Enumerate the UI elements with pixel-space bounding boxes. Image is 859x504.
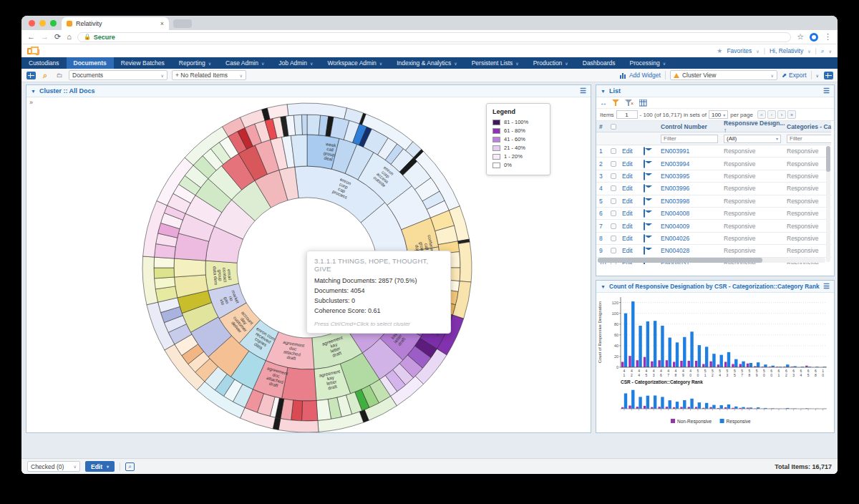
bar-responsive[interactable] <box>786 364 789 367</box>
bar-non-responsive[interactable] <box>673 362 675 367</box>
panel-menu-icon[interactable]: ☰ <box>823 87 830 94</box>
nav-tab-documents[interactable]: Documents <box>67 57 114 69</box>
categories-filter-input[interactable] <box>787 135 831 143</box>
collapse-icon[interactable]: ▼ <box>31 89 36 94</box>
nav-tab-production[interactable]: Production∨ <box>526 57 576 69</box>
prev-page-button[interactable]: ‹ <box>767 110 776 119</box>
save-search-icon[interactable]: ⌕ <box>125 462 135 471</box>
bar-non-responsive[interactable] <box>644 357 646 367</box>
bar-responsive[interactable] <box>654 321 656 367</box>
email-document-icon[interactable] <box>644 160 645 168</box>
home-icon[interactable]: ⌂ <box>67 33 72 41</box>
responsive-filter-select[interactable]: (All)▾ <box>724 135 781 143</box>
control-number-link[interactable]: EN004026 <box>661 235 724 242</box>
bar-non-responsive[interactable] <box>621 362 623 367</box>
filter-icon[interactable] <box>612 100 620 107</box>
nav-tab-persistent-lists[interactable]: Persistent Lists∨ <box>465 57 526 69</box>
nav-tab-workspace-admin[interactable]: Workspace Admin∨ <box>320 57 389 69</box>
bar-non-responsive[interactable] <box>629 356 631 367</box>
row-checkbox[interactable] <box>611 185 616 191</box>
responsive-designation-bar-chart[interactable]: 020406080100120Count of Responsive Desig… <box>596 293 833 432</box>
edit-link[interactable]: Edit <box>622 173 644 180</box>
search-icon[interactable]: ⌕ <box>40 71 50 79</box>
forward-icon[interactable]: → <box>41 33 49 41</box>
edit-link[interactable]: Edit <box>622 160 644 168</box>
bar-responsive[interactable] <box>669 338 671 367</box>
bar-responsive[interactable] <box>698 345 701 367</box>
url-field[interactable]: 🔒 Secure <box>77 32 791 42</box>
nav-tab-processing[interactable]: Processing∨ <box>623 57 673 69</box>
tab-close-icon[interactable]: × <box>160 20 164 27</box>
page-start-input[interactable] <box>616 110 638 119</box>
reload-icon[interactable]: ⟳ <box>54 33 61 41</box>
resize-columns-icon[interactable]: ↔ <box>600 99 607 107</box>
row-checkbox[interactable] <box>611 198 616 204</box>
cluster-segment[interactable] <box>154 257 175 268</box>
email-document-icon[interactable] <box>644 147 645 155</box>
browser-tab[interactable]: Relativity × <box>62 17 169 30</box>
row-checkbox[interactable] <box>611 148 616 154</box>
quick-search-icon[interactable]: ⌕ <box>821 47 825 55</box>
control-number-link[interactable]: EN004008 <box>661 210 724 217</box>
export-button[interactable]: ⬈ Export <box>782 72 807 79</box>
bar-non-responsive[interactable] <box>732 364 734 367</box>
cluster-segment[interactable] <box>302 115 308 135</box>
mass-edit-button[interactable]: Edit▾ <box>85 461 115 472</box>
export-dropdown-icon[interactable]: ∨ <box>816 73 819 78</box>
favorites-star-icon[interactable]: ★ <box>717 47 722 54</box>
edit-link[interactable]: Edit <box>622 223 644 230</box>
bar-responsive[interactable] <box>646 321 649 367</box>
nav-tab-job-admin[interactable]: Job Admin∨ <box>271 57 320 69</box>
collapse-icon[interactable]: ▼ <box>601 89 606 94</box>
table-layout-icon[interactable] <box>639 100 647 107</box>
bar-responsive[interactable] <box>734 359 737 367</box>
bar-responsive[interactable] <box>676 342 679 367</box>
row-checkbox[interactable] <box>611 161 616 167</box>
bar-responsive[interactable] <box>624 314 627 367</box>
browser-menu-icon[interactable]: ⋮ <box>824 33 832 41</box>
edit-link[interactable]: Edit <box>622 147 644 155</box>
nav-tab-custodians[interactable]: Custodians <box>21 57 67 69</box>
relativity-logo[interactable]: g <box>27 47 40 55</box>
last-page-button[interactable]: » <box>787 110 796 119</box>
next-page-button[interactable]: › <box>777 110 786 119</box>
nav-tab-indexing-analytics[interactable]: Indexing & Analytics∨ <box>389 57 464 69</box>
row-checkbox[interactable] <box>611 248 616 253</box>
email-document-icon[interactable] <box>644 197 645 205</box>
control-number-link[interactable]: EN004028 <box>661 247 724 254</box>
bar-responsive[interactable] <box>720 355 723 367</box>
panel-menu-icon[interactable]: ☰ <box>823 283 830 290</box>
folder-icon[interactable]: 🗀 <box>54 71 64 79</box>
page-size-select[interactable]: 100▾ <box>709 110 728 119</box>
column-header-control[interactable]: Control Number <box>661 123 724 130</box>
widget-view-select[interactable]: Cluster View∨ <box>670 70 777 80</box>
bar-responsive[interactable] <box>690 331 693 367</box>
control-number-link[interactable]: EN004009 <box>661 223 724 230</box>
row-checkbox[interactable] <box>611 236 616 241</box>
new-tab-button[interactable] <box>173 19 192 28</box>
email-document-icon[interactable] <box>644 184 645 193</box>
cluster-segment[interactable] <box>302 401 318 422</box>
email-document-icon[interactable] <box>644 246 645 255</box>
bar-responsive[interactable] <box>727 352 730 367</box>
email-document-icon[interactable] <box>644 209 645 218</box>
bar-responsive[interactable] <box>712 354 715 367</box>
bar-non-responsive[interactable] <box>666 360 668 367</box>
view-grid-icon[interactable] <box>26 71 36 79</box>
select-all-checkbox[interactable] <box>611 124 616 130</box>
control-number-link[interactable]: EN003994 <box>661 160 724 168</box>
cluster-segment[interactable] <box>307 115 321 135</box>
cluster-segment[interactable] <box>174 258 205 277</box>
control-number-link[interactable]: EN003995 <box>661 173 724 180</box>
browse-documents-select[interactable]: Documents∨ <box>69 70 168 80</box>
email-document-icon[interactable] <box>644 222 645 231</box>
bar-non-responsive[interactable] <box>636 360 639 367</box>
profile-avatar[interactable] <box>810 33 818 42</box>
cluster-segment[interactable] <box>154 268 175 278</box>
edit-link[interactable]: Edit <box>622 235 644 242</box>
email-document-icon[interactable] <box>644 234 645 243</box>
bar-non-responsive[interactable] <box>709 362 712 367</box>
first-page-button[interactable]: « <box>757 110 766 119</box>
bar-non-responsive[interactable] <box>702 364 704 367</box>
bar-non-responsive[interactable] <box>739 364 742 367</box>
